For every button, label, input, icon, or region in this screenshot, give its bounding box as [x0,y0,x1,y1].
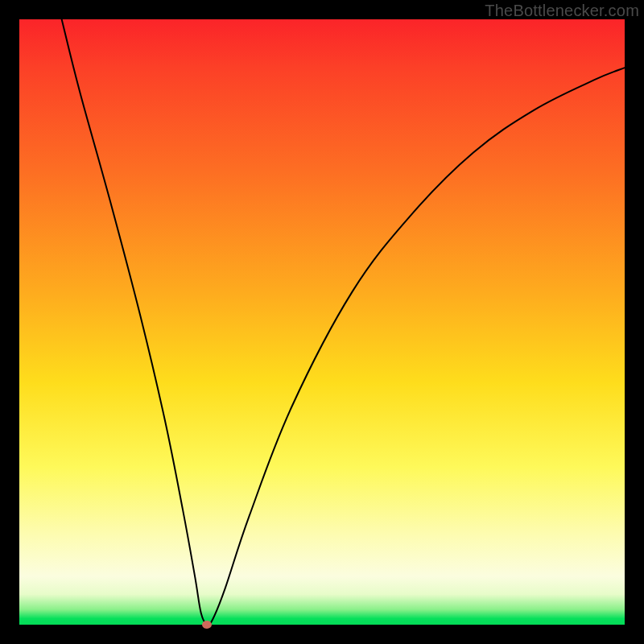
min-bottleneck-marker [202,621,212,629]
bottleneck-curve [19,19,625,625]
plot-area [19,19,625,625]
watermark-text: TheBottlenecker.com [485,2,639,20]
curve-path [62,19,625,625]
chart-frame: TheBottlenecker.com [0,0,644,644]
